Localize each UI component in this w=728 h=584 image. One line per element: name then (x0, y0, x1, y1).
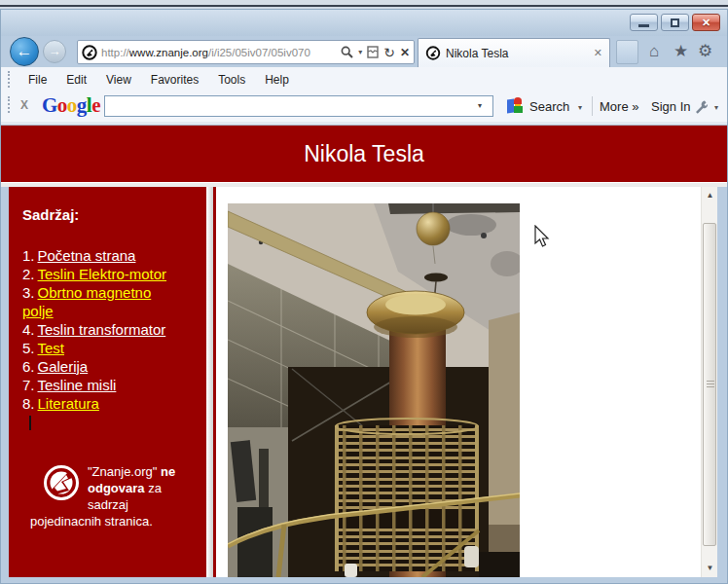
menu-help[interactable]: Help (265, 73, 289, 87)
browser-window: ✕ ← → http://www.znanje.org/i/i25/05iv07… (0, 9, 728, 584)
back-button[interactable]: ← (10, 37, 39, 66)
menu-bar: File Edit View Favorites Tools Help (1, 67, 727, 91)
search-button[interactable]: Search (529, 99, 569, 114)
window-controls: ✕ (630, 14, 720, 31)
logo-letter: e (91, 93, 100, 117)
stop-icon[interactable]: ✕ (400, 46, 410, 59)
logo-letter: G (42, 93, 57, 117)
address-bar-icons: ▾ ↻ ✕ (341, 45, 410, 60)
restore-icon (671, 18, 679, 27)
sidebar-link-test[interactable]: Test (38, 340, 65, 356)
mouse-cursor (534, 225, 550, 248)
znanje-logo-icon (42, 463, 81, 502)
screen: ✕ ← → http://www.znanje.org/i/i25/05iv07… (0, 0, 728, 584)
sidebar-item: 2.Teslin Elektro-motor (22, 265, 180, 283)
menu-favorites[interactable]: Favorites (151, 73, 199, 87)
item-number: 8. (22, 395, 35, 412)
item-number: 2. (22, 266, 35, 282)
address-bar[interactable]: http://www.znanje.org/i/i25/05iv07/05iv0… (77, 40, 415, 64)
wrench-dropdown-icon[interactable]: ▾ (714, 103, 718, 112)
tools-gear-icon[interactable]: ⚙ (698, 41, 712, 62)
sign-in-button[interactable]: Sign In (651, 99, 690, 114)
sidebar-link-tesline-misli[interactable]: Tesline misli (38, 377, 117, 393)
wrench-icon[interactable] (693, 98, 710, 115)
sidebar-item: 3.Obrtno magnetno polje (22, 283, 180, 320)
item-number: 3. (22, 284, 35, 301)
sidebar-link-obrtno-magnetno-polje[interactable]: Obrtno magnetno polje (22, 284, 151, 319)
search-history-dropdown-icon[interactable]: ▾ (478, 101, 482, 110)
sidebar-item: 5.Test (22, 339, 180, 357)
search-icon[interactable] (341, 46, 353, 58)
favorites-star-icon[interactable]: ★ (673, 41, 688, 62)
menu-gripper[interactable] (8, 71, 10, 88)
text-caret (29, 416, 31, 430)
compatibility-view-icon[interactable] (367, 46, 379, 58)
search-options-dropdown-icon[interactable]: ▾ (578, 103, 582, 112)
vertical-scrollbar[interactable]: ▲ ▼ (701, 187, 717, 577)
google-search-input[interactable] (104, 95, 493, 117)
sidebar-item: 8.Literatura (22, 394, 180, 413)
tab-title: Nikola Tesla (446, 47, 594, 60)
item-number: 7. (22, 377, 35, 393)
logo-letter: o (57, 93, 67, 117)
sidebar-list: 1.Početna strana 2.Teslin Elektro-motor … (22, 246, 180, 413)
logo-letter: o (67, 93, 77, 117)
disclaimer: "Znanje.org" ne odgovara za sadrzaj poje… (22, 463, 199, 529)
item-number: 5. (22, 340, 35, 356)
minimize-icon (638, 24, 649, 27)
scrollbar-thumb[interactable] (703, 223, 716, 546)
sidebar-link-pocetna-strana[interactable]: Početna strana (38, 247, 136, 264)
navigation-bar: ← → http://www.znanje.org/i/i25/05iv07/0… (1, 36, 727, 67)
url-domain: www.znanje.org (129, 47, 208, 58)
sidebar: Sadržaj: 1.Početna strana 2.Teslin Elekt… (9, 187, 206, 577)
frame-divider[interactable] (206, 187, 213, 577)
google-toolbar: X Google ▾ Search ▾ More » Sign In ▾ (1, 91, 727, 122)
tab-close-icon[interactable]: ✕ (594, 47, 602, 59)
toolbar-separator (592, 96, 593, 116)
menu-tools[interactable]: Tools (218, 73, 245, 87)
home-icon[interactable]: ⌂ (649, 41, 659, 62)
menu-view[interactable]: View (106, 73, 131, 87)
toolbar-close-icon[interactable]: X (20, 98, 28, 112)
menu-edit[interactable]: Edit (66, 73, 87, 87)
url-path: /i/i25/05iv07/05iv070 (208, 47, 310, 58)
google-logo[interactable]: Google (42, 93, 100, 118)
menu-file[interactable]: File (28, 73, 47, 87)
forward-button[interactable]: → (43, 40, 66, 63)
tesla-coil-photo (228, 203, 520, 577)
sidebar-item: 6.Galerija (22, 357, 180, 376)
address-dropdown-icon[interactable]: ▾ (358, 48, 362, 56)
google-search-icon (507, 97, 523, 113)
close-icon: ✕ (702, 18, 710, 28)
desktop-strip (0, 0, 728, 7)
site-favicon-icon (82, 45, 97, 60)
url-protocol: http:// (101, 47, 129, 58)
sidebar-item: 4.Teslin transformator (22, 320, 180, 339)
scrollbar-grip (707, 381, 714, 388)
sidebar-link-teslin-transformator[interactable]: Teslin transformator (38, 321, 166, 338)
page-title: Nikola Tesla (1, 126, 727, 182)
more-button[interactable]: More » (600, 99, 638, 114)
content-frame: ▲ ▼ (213, 187, 717, 577)
sidebar-link-galerija[interactable]: Galerija (38, 358, 89, 375)
item-number: 6. (22, 358, 35, 375)
logo-letter: g (77, 93, 87, 117)
close-button[interactable]: ✕ (692, 14, 720, 31)
title-bar[interactable]: ✕ (1, 10, 727, 36)
disclaimer-lead: "Znanje.org" (88, 464, 161, 479)
minimize-button[interactable] (630, 14, 658, 31)
refresh-icon[interactable]: ↻ (383, 45, 395, 60)
url-text: http://www.znanje.org/i/i25/05iv07/05iv0… (101, 47, 321, 58)
restore-button[interactable] (661, 14, 689, 31)
frameset: Sadržaj: 1.Početna strana 2.Teslin Elekt… (9, 187, 717, 577)
new-tab-button[interactable] (616, 40, 638, 64)
sidebar-heading: Sadržaj: (22, 206, 199, 223)
tab-nikola-tesla[interactable]: Nikola Tesla ✕ (418, 38, 610, 67)
sidebar-link-literatura[interactable]: Literatura (38, 395, 99, 412)
item-number: 4. (22, 321, 35, 338)
toolbar-gripper[interactable] (8, 96, 10, 113)
scroll-up-icon[interactable]: ▲ (702, 188, 717, 203)
sidebar-item: 1.Početna strana (22, 246, 180, 265)
sidebar-link-teslin-elektro-motor[interactable]: Teslin Elektro-motor (38, 266, 167, 282)
scroll-down-icon[interactable]: ▼ (702, 561, 717, 576)
